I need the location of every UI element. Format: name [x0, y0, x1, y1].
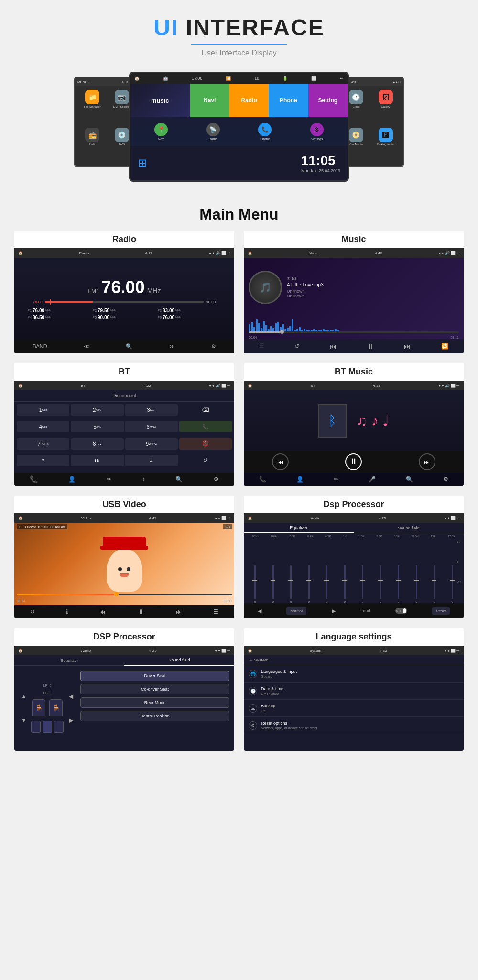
numpad-hash[interactable]: # — [125, 455, 178, 466]
right-icon-gallery[interactable]: 🖼 Gallery — [372, 90, 399, 125]
bt-settings-icon[interactable]: ⚙ — [214, 476, 219, 483]
main-icon-navi[interactable]: 📍 Navi — [154, 123, 168, 141]
numpad-1[interactable]: 1GHI — [17, 404, 69, 416]
numpad-8[interactable]: 8TUV — [71, 438, 123, 450]
bt-contacts-icon[interactable]: 👤 — [68, 476, 76, 483]
numpad-del[interactable]: ⌫ — [179, 404, 232, 416]
btmusic-prev-btn[interactable]: ⏮ — [272, 453, 289, 470]
bt-message-icon[interactable]: ✏ — [107, 476, 111, 483]
dsp-tab-equalizer[interactable]: Equalizer — [244, 523, 354, 533]
btmusic-next-btn[interactable]: ⏭ — [419, 453, 435, 470]
video-progress-bar[interactable] — [17, 594, 232, 595]
dsp-loud-toggle[interactable]: OFF — [395, 608, 407, 614]
menu-navi[interactable]: Navi — [190, 84, 229, 117]
left-icon-filemanager[interactable]: 📁 File Manager — [79, 90, 106, 125]
menu-phone[interactable]: Phone — [269, 84, 308, 117]
numpad-hangup[interactable]: 📵 — [179, 438, 232, 450]
btmusic-call-icon[interactable]: 📞 — [259, 476, 266, 483]
playlist-icon[interactable]: ☰ — [259, 343, 264, 350]
play-pause-btn[interactable]: ⏸ — [367, 342, 374, 350]
numpad-2[interactable]: 2ABC — [71, 404, 123, 416]
arrow-down-btn[interactable]: ▼ — [19, 716, 29, 725]
dsp2-tab-equalizer[interactable]: Equalizer — [14, 655, 124, 666]
main-icon-phone[interactable]: 📞 Phone — [258, 123, 272, 141]
menu-music[interactable]: music — [130, 84, 190, 117]
eq-bar-125k[interactable]: 0 — [416, 560, 417, 603]
numpad-call[interactable]: 📞 — [179, 421, 232, 432]
rear-mode-btn[interactable]: Rear Mode — [80, 697, 229, 708]
arrow-right-btn[interactable]: ▶ — [66, 716, 76, 725]
preset-p1[interactable]: P1 76.00 MHz — [28, 308, 91, 313]
dsp-prev-icon[interactable]: ◀ — [258, 608, 261, 614]
co-driver-seat-btn[interactable]: Co-driver Seat — [80, 684, 229, 694]
prev-btn[interactable]: ≪ — [84, 343, 89, 350]
eq-bar-25k[interactable]: 0 — [380, 560, 381, 603]
apps-icon[interactable]: ⊞ — [138, 156, 147, 170]
dsp2-tab-soundfield[interactable]: Sound field — [124, 655, 234, 666]
bt-search-icon[interactable]: 🔍 — [175, 476, 183, 483]
repeat-icon[interactable]: ↺ — [294, 343, 299, 350]
eq-bar-01k[interactable]: 0 — [290, 560, 292, 603]
dsp-tab-soundfield[interactable]: Sound field — [354, 523, 464, 533]
video-info-btn[interactable]: ℹ — [66, 608, 68, 615]
numpad-3[interactable]: 3DEF — [125, 404, 178, 416]
numpad-7[interactable]: 7PQRS — [17, 438, 69, 450]
preset-p3[interactable]: P3 83.00 MHz — [158, 308, 221, 313]
btmusic-settings-icon[interactable]: ⚙ — [443, 476, 448, 483]
main-icon-settings[interactable]: ⚙ Settings — [310, 123, 324, 141]
eq-bar-80hz[interactable]: 0 — [272, 560, 274, 603]
preset-p5[interactable]: P5 90.00 MHz — [93, 315, 156, 320]
dsp-normal-btn[interactable]: Normal — [286, 607, 306, 615]
numpad-5[interactable]: 5JKL — [71, 421, 123, 432]
driver-seat-btn[interactable]: Driver Seat — [80, 671, 229, 681]
preset-p4[interactable]: P4 86.50 MHz — [28, 315, 91, 320]
eq-bar-175k[interactable]: 0 — [452, 560, 453, 603]
eq-bar-15k[interactable]: 0 — [362, 560, 363, 603]
video-next-btn[interactable]: ⏭ — [175, 608, 182, 616]
bt-call-icon[interactable]: 📞 — [30, 475, 38, 483]
numpad-star[interactable]: * — [17, 455, 69, 466]
centre-position-btn[interactable]: Centre Position — [80, 711, 229, 721]
btmusic-contacts-icon[interactable]: 👤 — [296, 476, 304, 483]
eq-bar-02k[interactable]: 0 — [308, 560, 310, 603]
main-icon-radio[interactable]: 📡 Radio — [206, 123, 220, 141]
dsp-play-icon[interactable]: ▶ — [332, 608, 336, 614]
next-track-btn[interactable]: ⏭ — [404, 342, 411, 350]
lang-item-datetime[interactable]: 🕐 Date & time GMT+00:00 — [244, 683, 464, 700]
search-btn[interactable]: 🔍 — [126, 343, 132, 350]
eq-bar-1k[interactable]: 0 — [344, 560, 346, 603]
music-progress-bar[interactable] — [249, 331, 459, 333]
btmusic-mic-icon[interactable]: 🎤 — [369, 476, 376, 483]
lang-item-backup[interactable]: ☁ Backup Off — [244, 700, 464, 717]
numpad-9[interactable]: 9WXYZ — [125, 438, 178, 450]
arrow-left-btn[interactable]: ◀ — [66, 692, 76, 701]
numpad-6[interactable]: 6MNO — [125, 421, 178, 432]
btmusic-search-icon[interactable]: 🔍 — [406, 476, 413, 483]
next-btn[interactable]: ≫ — [169, 343, 175, 350]
settings-btn[interactable]: ⚙ — [211, 343, 216, 350]
numpad-reset[interactable]: ↺ — [179, 455, 232, 466]
eq-bar-15k2[interactable]: 0 — [434, 560, 435, 603]
lang-item-reset[interactable]: ⚙ Reset options Network, apps, or device… — [244, 717, 464, 734]
preset-p6[interactable]: P6 76.00 MHz — [158, 315, 221, 320]
eq-bar-05k[interactable]: 0 — [326, 560, 327, 603]
arrow-up-btn[interactable]: ▲ — [19, 692, 29, 701]
btmusic-play-btn[interactable]: ⏸ — [345, 453, 362, 470]
btmusic-message-icon[interactable]: ✏ — [334, 476, 338, 483]
eq-bar-10k[interactable]: 0 — [398, 560, 399, 603]
dsp-reset-btn[interactable]: Reset — [432, 607, 450, 615]
back-arrow-icon[interactable]: ← — [249, 658, 254, 662]
video-list-btn[interactable]: ☰ — [213, 608, 218, 615]
eq-bar-60hz[interactable]: 0 — [254, 560, 256, 603]
lang-item-languages[interactable]: 🌐 Languages & input Gboard — [244, 665, 464, 683]
menu-radio[interactable]: Radio — [229, 84, 269, 117]
video-prev-btn[interactable]: ⏮ — [99, 608, 106, 616]
band-btn[interactable]: BAND — [33, 343, 47, 349]
right-icon-parking[interactable]: 🅿 Parking assist — [372, 128, 399, 163]
left-icon-radio[interactable]: 📻 Radio — [79, 128, 106, 163]
preset-p2[interactable]: P2 79.50 MHz — [93, 308, 156, 313]
numpad-0[interactable]: 0+ — [71, 455, 123, 466]
bt-music-icon[interactable]: ♪ — [142, 476, 145, 483]
menu-setting[interactable]: Setting — [308, 84, 348, 117]
video-play-btn[interactable]: ⏸ — [138, 608, 144, 616]
